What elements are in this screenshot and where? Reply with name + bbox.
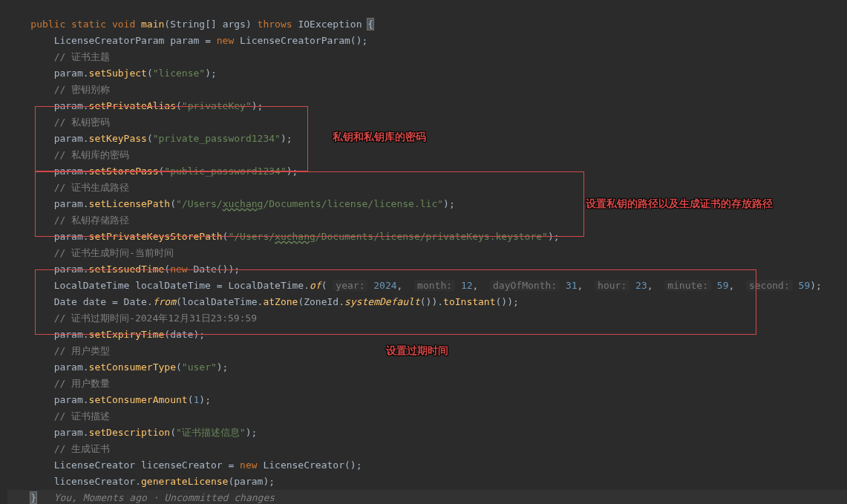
var: localDateTime	[135, 280, 211, 291]
number: 12	[461, 280, 473, 291]
comment: // 证书过期时间-2024年12月31日23:59:59	[54, 312, 258, 324]
code-line[interactable]: param.setSubject("license");	[7, 65, 847, 82]
param-hint: hour:	[595, 280, 629, 291]
number: 59	[799, 280, 811, 291]
code-line[interactable]: // 证书描述	[7, 408, 847, 425]
var: licenseCreator	[54, 476, 136, 487]
type: LicenseCreatorParam	[54, 35, 165, 46]
number: 1	[193, 394, 199, 405]
method: of	[310, 280, 321, 291]
code-line[interactable]: // 生成证书	[7, 441, 847, 457]
code-line[interactable]: // 密钥别称	[7, 82, 847, 98]
code-line[interactable]: param.setConsumerType("user");	[7, 359, 847, 376]
method: setSubject	[89, 68, 147, 79]
method: setPrivateAlias	[89, 100, 176, 111]
var: param	[54, 68, 83, 79]
type: LocalDateTime	[54, 280, 130, 291]
comment: // 密钥别称	[54, 84, 110, 95]
param: args	[223, 19, 246, 30]
var: date	[170, 329, 193, 340]
keyword: public	[30, 19, 65, 30]
type: LicenseCreator	[263, 459, 344, 471]
code-line[interactable]: param.setExpiryTime(date);	[7, 327, 847, 343]
comment: // 私钥密码	[54, 117, 110, 128]
keyword: new	[217, 35, 234, 46]
code-line[interactable]: LicenseCreator licenseCreator = new Lice…	[7, 457, 847, 474]
method: setDescription	[89, 427, 171, 438]
code-line[interactable]: LocalDateTime localDateTime = LocalDateT…	[7, 278, 847, 294]
method: setIssuedTime	[89, 264, 165, 275]
param-hint: year:	[333, 280, 367, 291]
keyword: throws	[258, 19, 292, 30]
string: "证书描述信息"	[176, 427, 246, 438]
code-line[interactable]: // 私钥密码	[7, 114, 847, 131]
code-line[interactable]: // 证书生成路径	[7, 180, 847, 196]
keyword: new	[170, 264, 187, 275]
method: toInstant	[443, 296, 495, 307]
code-line[interactable]: param.setStorePass("public_password1234"…	[7, 163, 847, 180]
var: param	[54, 427, 83, 438]
var: param	[54, 198, 83, 209]
code-line[interactable]: param.setKeyPass("private_password1234")…	[7, 131, 847, 147]
code-line[interactable]: licenseCreator.generateLicense(param);	[7, 474, 847, 490]
git-blame-inlay: You, Moments ago · Uncommitted changes	[54, 492, 275, 503]
param-hint: dayOfMonth:	[490, 280, 560, 291]
var: param	[54, 394, 83, 405]
code-line[interactable]: // 私钥库的密码	[7, 147, 847, 163]
code-line[interactable]: param.setIssuedTime(new Date());	[7, 261, 847, 278]
code-line[interactable]: // 证书生成时间-当前时间	[7, 245, 847, 261]
code-line[interactable]: param.setDescription("证书描述信息");	[7, 425, 847, 441]
code-line[interactable]: param.setConsumerAmount(1);	[7, 392, 847, 408]
code-line[interactable]: param.setPrivateKeysStorePath("/Users/xu…	[7, 229, 847, 245]
method: setKeyPass	[89, 133, 147, 144]
method: setExpiryTime	[89, 329, 165, 340]
string: "user"	[182, 361, 217, 373]
method: setConsumerType	[89, 361, 176, 373]
type: Date	[193, 264, 216, 275]
var: localDateTime	[182, 296, 258, 307]
code-line[interactable]: // 私钥存储路径	[7, 212, 847, 229]
method: setStorePass	[89, 166, 159, 177]
param-hint: second:	[746, 280, 793, 291]
code-line[interactable]: // 用户类型	[7, 343, 847, 359]
string: /Documents/license/privateKeys.keystore"	[315, 231, 548, 242]
method: atZone	[263, 296, 298, 307]
code-line[interactable]: param.setLicensePath("/Users/xuchang/Doc…	[7, 196, 847, 212]
code-line[interactable]: param.setPrivateAlias("privateKey");	[7, 98, 847, 114]
keyword: new	[240, 459, 257, 471]
code-line[interactable]: Date date = Date.from(localDateTime.atZo…	[7, 294, 847, 310]
method: setLicensePath	[89, 198, 171, 209]
keyword: void	[112, 19, 135, 30]
code-line[interactable]: public static void main(String[] args) t…	[7, 16, 847, 33]
comment: // 证书生成时间-当前时间	[54, 247, 174, 258]
code-line[interactable]: LicenseCreatorParam param = new LicenseC…	[7, 33, 847, 49]
comment: // 私钥存储路径	[54, 215, 129, 226]
type: Date	[124, 296, 147, 307]
comment: // 证书生成路径	[54, 182, 129, 193]
var: param	[54, 166, 83, 177]
number: 2024	[373, 280, 396, 291]
code-editor[interactable]: public static void main(String[] args) t…	[0, 0, 847, 504]
method: setConsumerAmount	[89, 394, 188, 405]
code-line-active[interactable]: } You, Moments ago · Uncommitted changes	[7, 490, 847, 504]
comment: // 生成证书	[54, 443, 110, 454]
fold-icon[interactable]	[7, 2, 19, 13]
string: "public_password1234"	[164, 166, 286, 177]
brace: }	[30, 492, 36, 503]
code-line[interactable]: // 证书过期时间-2024年12月31日23:59:59	[7, 310, 847, 327]
string: "license"	[153, 68, 205, 79]
code-line[interactable]	[7, 0, 847, 16]
var: param	[54, 231, 83, 242]
brace: {	[367, 19, 373, 30]
var: param	[170, 35, 199, 46]
type: LicenseCreatorParam	[240, 35, 350, 46]
type: ZoneId	[304, 296, 339, 307]
string: "/Users/	[228, 231, 275, 242]
string: /Documents/license/license.lic"	[263, 198, 443, 209]
string: "/Users/	[176, 198, 223, 209]
keyword: static	[71, 19, 106, 30]
number: 31	[566, 280, 578, 291]
code-line[interactable]: // 证书主题	[7, 49, 847, 65]
code-line[interactable]: // 用户数量	[7, 376, 847, 392]
string-warn: xuchang	[275, 231, 315, 242]
